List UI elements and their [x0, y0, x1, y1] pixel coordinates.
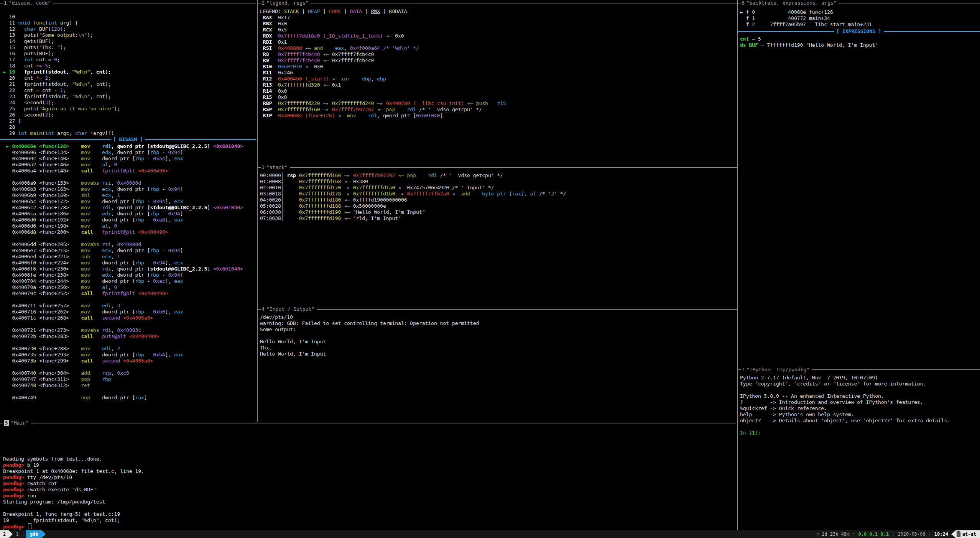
separator-label: [ DISASM ] [113, 136, 143, 143]
separator-line [145, 139, 256, 140]
pane-title-stack: 3 "stack" [258, 164, 737, 171]
pane-border-vertical-right [737, 0, 738, 530]
pane-number: 7 [742, 367, 745, 373]
powerline-arrow-icon [9, 530, 13, 538]
ipython-pane[interactable]: Python 2.7.17 (default, Nov 7 2019, 10:0… [740, 375, 950, 436]
pane-number: 6 [742, 0, 745, 6]
separator-line [738, 31, 834, 32]
uptime-arrow-icon: ↑ [817, 530, 819, 538]
pane-number: 2 [261, 0, 265, 6]
uptime-text: 1d 23h 49m [822, 530, 849, 538]
separator-line [884, 31, 980, 32]
border-line [812, 369, 980, 370]
pane-title-text: "IPython: tmp/pwndbg" [747, 367, 809, 373]
border-line [31, 423, 736, 423]
border-line [258, 309, 261, 310]
disassembly-listing[interactable]: ► 0x40068e <func+126> mov rdi, qword ptr… [3, 143, 243, 401]
border-line [258, 3, 261, 3]
pane-title-io: 4 "Input / Output" [258, 306, 737, 312]
pane-title-ipython: 7 "IPython: tmp/pwndbg" [738, 367, 980, 373]
chevron-left-icon: ⟨ [852, 530, 855, 538]
disasm-section-separator: [ DISASM ] [0, 136, 256, 143]
pane-title-backtrace: 6 "backtrace, expressions, args" [738, 0, 980, 6]
pane-title-text: "stack" [266, 164, 288, 171]
status-right: ↑ 1d 23h 49m ⟨ 0.0 0.1 0.1 ⟨ 2020-03-06 … [817, 530, 980, 538]
powerline-arrow-icon [42, 530, 46, 538]
status-left: 2 1 ⟩ gdb [0, 530, 46, 538]
tmux-screen: 1 "disasm, code" 2 "legend, regs" 6 "bac… [0, 0, 980, 538]
date-text: 2020-03-06 [898, 530, 925, 538]
expressions-pane[interactable]: cnt = 5ds BUF = 7fffffffd190 "Hello Worl… [740, 36, 878, 48]
registers-pane[interactable]: LEGEND: STACK | HEAP | CODE | DATA | RWX… [260, 8, 506, 119]
border-line [839, 3, 980, 3]
border-line [738, 369, 741, 370]
pane-border-vertical-left [257, 0, 258, 422]
border-line [317, 309, 737, 310]
pane-title-main: 5 "Main" [0, 420, 736, 426]
pane-title-text: "backtrace, expressions, args" [747, 0, 837, 6]
pane-title-text: "legend, regs" [266, 0, 309, 6]
pane-number: 1 [4, 0, 7, 6]
expressions-section-separator: [ EXPRESSIONS ] [738, 28, 980, 34]
chevron-right-icon: ⟩ [22, 530, 25, 538]
separator-line [0, 139, 111, 140]
window-name-tab[interactable]: gdb [26, 530, 42, 538]
battery-icon [957, 531, 960, 537]
border-line [0, 423, 3, 423]
backtrace-pane[interactable]: ► f 0 40068e func+126 f 1 400772 main+34… [740, 9, 872, 28]
program-io-pane[interactable]: /dev/pts/10warning: GDB: Failed to set c… [260, 314, 479, 357]
session-name[interactable]: 2 [0, 530, 9, 538]
border-line [0, 3, 3, 3]
border-line [311, 3, 737, 3]
gdb-console-pane[interactable]: Reading symbols from test...done.pwndbg>… [3, 456, 144, 530]
stack-pane[interactable]: 00:0000│ rsp 0x7fffffffd160 —▸ 0x7ffff7b… [260, 172, 566, 221]
window-index[interactable]: 1 [13, 530, 22, 538]
pane-number-active: 5 [4, 420, 9, 426]
status-bar: 2 1 ⟩ gdb ↑ 1d 23h 49m ⟨ 0.0 0.1 0.1 ⟨ 2… [0, 530, 980, 538]
pane-title-disasm: 1 "disasm, code" [0, 0, 256, 6]
clock-text: 10:24 [934, 530, 948, 538]
border-line [53, 3, 256, 3]
border-line [290, 167, 737, 168]
pane-title-text: "Main" [11, 420, 29, 426]
pane-title-text: "Input / Output" [266, 306, 314, 312]
pane-title-regs: 2 "legend, regs" [258, 0, 737, 6]
pane-number: 4 [261, 306, 265, 312]
hostname-segment: at-at [951, 530, 980, 538]
separator-label: [ EXPRESSIONS ] [836, 28, 881, 34]
hostname-text: at-at [962, 530, 976, 538]
chevron-left-icon: ⟨ [892, 530, 894, 538]
pane-title-text: "disasm, code" [9, 0, 51, 6]
chevron-left-icon: ⟨ [929, 530, 931, 538]
source-code-listing[interactable]: 10 11 void func(int arg) { 12 char BUF[1… [3, 14, 120, 136]
pane-number: 3 [261, 164, 265, 171]
border-line [738, 3, 741, 3]
load-average: 0.0 0.1 0.1 [858, 530, 889, 538]
border-line [258, 167, 261, 168]
